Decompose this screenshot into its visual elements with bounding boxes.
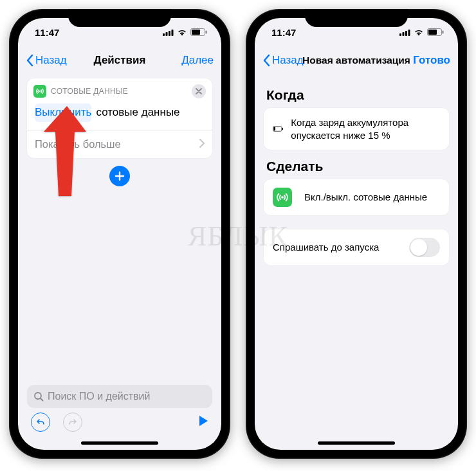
svg-rect-1 — [166, 32, 168, 36]
when-card[interactable]: Когда заряд аккумулятора опускается ниже… — [264, 108, 449, 150]
svg-rect-12 — [408, 30, 410, 36]
close-icon — [196, 88, 202, 94]
phone-right: 11:47 Назад Новая автоматизация Готово К… — [246, 9, 467, 459]
battery-low-icon — [273, 125, 283, 133]
next-button[interactable]: Далее — [181, 54, 214, 67]
back-label: Назад — [35, 54, 67, 67]
svg-rect-0 — [163, 33, 165, 36]
home-indicator[interactable] — [81, 441, 158, 445]
search-placeholder: Поиск ПО и действий — [48, 391, 150, 402]
undo-icon — [36, 418, 45, 426]
back-label: Назад — [272, 54, 304, 67]
svg-rect-3 — [172, 30, 174, 36]
do-text: Вкл./выкл. сотовые данные — [304, 191, 427, 204]
remove-action-button[interactable] — [192, 84, 206, 98]
chevron-right-icon — [199, 139, 205, 148]
plus-icon — [114, 170, 125, 182]
action-token[interactable]: Выключить — [35, 103, 91, 122]
svg-rect-9 — [399, 33, 401, 36]
back-button[interactable]: Назад — [262, 54, 304, 67]
chevron-left-icon — [26, 54, 33, 67]
show-more-label: Показать больше — [35, 138, 121, 150]
svg-rect-5 — [192, 30, 200, 35]
ask-before-toggle[interactable] — [409, 238, 440, 257]
svg-rect-10 — [403, 32, 405, 36]
battery-icon — [427, 28, 444, 36]
svg-rect-14 — [428, 30, 437, 35]
redo-icon — [68, 418, 77, 426]
do-card[interactable]: Вкл./выкл. сотовые данные — [264, 179, 449, 215]
cellular-app-icon — [33, 85, 46, 98]
nav-bar: Назад Действия Далее — [18, 46, 221, 75]
notch — [305, 9, 408, 27]
chevron-left-icon — [262, 54, 270, 67]
status-time: 11:47 — [35, 27, 59, 38]
search-icon — [33, 391, 44, 402]
ask-before-card: Спрашивать до запуска — [264, 229, 449, 265]
svg-point-7 — [39, 91, 41, 92]
show-more-button[interactable]: Показать больше — [27, 130, 212, 158]
cellular-app-icon — [273, 188, 292, 207]
svg-rect-6 — [206, 31, 207, 34]
ask-before-label: Спрашивать до запуска — [273, 241, 379, 254]
battery-icon — [190, 28, 207, 36]
cellular-icon — [163, 29, 174, 36]
cellular-icon — [399, 29, 410, 36]
search-input[interactable]: Поиск ПО и действий — [27, 385, 212, 408]
add-action-button[interactable] — [109, 166, 130, 186]
when-text: Когда заряд аккумулятора опускается ниже… — [291, 116, 440, 141]
wifi-icon — [414, 28, 424, 36]
home-indicator[interactable] — [318, 441, 395, 445]
play-icon — [198, 415, 208, 427]
svg-rect-18 — [282, 128, 283, 130]
phone-left: 11:47 Назад Действия Далее — [9, 9, 230, 459]
action-rest: сотовые данные — [96, 106, 179, 119]
action-app-label: СОТОВЫЕ ДАННЫЕ — [51, 87, 128, 96]
back-button[interactable]: Назад — [26, 54, 67, 67]
action-card: СОТОВЫЕ ДАННЫЕ Выключить сотовые данные … — [27, 78, 212, 158]
screen: 11:47 Назад Действия Далее — [18, 18, 221, 450]
svg-rect-2 — [169, 31, 170, 36]
status-time: 11:47 — [271, 27, 296, 38]
undo-button[interactable] — [31, 413, 50, 432]
screen: 11:47 Назад Новая автоматизация Готово К… — [255, 18, 458, 450]
svg-rect-17 — [273, 127, 275, 130]
notch — [68, 9, 171, 27]
wifi-icon — [177, 28, 187, 36]
redo-button[interactable] — [63, 413, 82, 432]
toolbar — [27, 408, 212, 436]
done-button[interactable]: Готово — [413, 54, 450, 67]
svg-rect-15 — [443, 31, 444, 34]
when-header: Когда — [266, 87, 446, 103]
run-button[interactable] — [198, 415, 208, 429]
do-header: Сделать — [266, 159, 446, 174]
svg-rect-11 — [405, 31, 407, 36]
nav-bar: Назад Новая автоматизация Готово — [255, 46, 458, 75]
svg-point-19 — [281, 196, 284, 199]
